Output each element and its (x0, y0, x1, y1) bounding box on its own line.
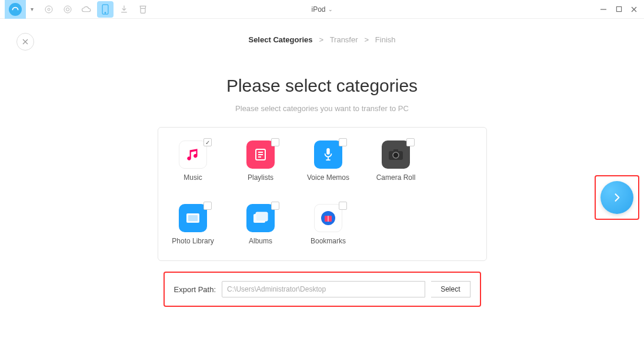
next-button[interactable] (600, 181, 633, 214)
category-label: Photo Library (172, 237, 213, 245)
svg-rect-21 (256, 212, 268, 221)
export-path-label: Export Path: (174, 285, 216, 294)
export-path-row: Export Path: Select (163, 272, 481, 307)
category-label: Camera Roll (376, 173, 416, 182)
category-albums[interactable]: Albums (239, 204, 283, 245)
maximize-button[interactable] (613, 4, 624, 15)
breadcrumb-sep: > (319, 35, 323, 44)
close-window-button[interactable] (629, 4, 639, 15)
categories-grid: ✓ Music Playlists Voice Memos (171, 140, 473, 245)
app-toolbar: ▾ iPod ⌄ (0, 0, 644, 19)
category-label: Playlists (248, 173, 273, 182)
svg-point-0 (45, 6, 52, 13)
svg-point-1 (48, 8, 50, 11)
select-path-button[interactable]: Select (431, 281, 470, 297)
playlists-icon (246, 140, 275, 169)
logo-dropdown-icon[interactable]: ▾ (31, 6, 34, 12)
device-label: iPod (311, 5, 325, 14)
breadcrumb-step-1: Select Categories (248, 35, 312, 44)
download-tab-icon[interactable] (116, 1, 132, 18)
category-checkbox[interactable]: ✓ (203, 138, 212, 146)
categories-panel: ✓ Music Playlists Voice Memos (158, 127, 487, 261)
device-dropdown-icon: ⌄ (328, 6, 333, 12)
category-label: Music (183, 173, 202, 182)
breadcrumb-step-2: Transfer (330, 35, 358, 44)
svg-point-3 (66, 8, 69, 11)
close-button[interactable] (16, 33, 34, 51)
sync-tab-icon[interactable] (59, 1, 76, 18)
svg-rect-19 (188, 215, 198, 221)
next-button-highlight (595, 175, 639, 220)
category-checkbox[interactable] (339, 138, 347, 146)
albums-icon (246, 204, 275, 232)
breadcrumb: Select Categories > Transfer > Finish (0, 35, 644, 44)
category-bookmarks[interactable]: Bookmarks (306, 204, 351, 245)
category-photo-library[interactable]: Photo Library (171, 204, 215, 245)
category-checkbox[interactable] (271, 138, 279, 146)
category-label: Voice Memos (307, 173, 349, 182)
category-checkbox[interactable] (339, 202, 347, 210)
category-playlists[interactable]: Playlists (239, 140, 283, 182)
category-voice-memos[interactable]: Voice Memos (306, 140, 351, 182)
window-controls (598, 4, 639, 15)
page-subtitle: Please select categories you want to tra… (0, 104, 644, 113)
svg-rect-12 (326, 148, 330, 155)
device-tab-icon[interactable] (97, 1, 114, 18)
apps-tab-icon[interactable] (135, 1, 151, 18)
category-checkbox[interactable] (406, 138, 415, 146)
category-camera-roll[interactable]: Camera Roll (374, 140, 418, 182)
category-label: Albums (249, 237, 272, 245)
breadcrumb-sep: > (364, 35, 369, 44)
app-logo-button[interactable] (5, 0, 26, 19)
svg-rect-7 (616, 6, 621, 11)
music-tab-icon[interactable] (41, 1, 57, 18)
category-music[interactable]: ✓ Music (171, 140, 215, 182)
page-title: Please select categories (0, 76, 644, 96)
microphone-icon (314, 140, 342, 169)
svg-point-17 (393, 152, 399, 158)
app-logo-icon (9, 3, 22, 16)
minimize-button[interactable] (598, 4, 609, 15)
chevron-right-icon (611, 192, 623, 203)
music-icon (179, 140, 207, 169)
camera-icon (382, 140, 410, 169)
category-checkbox[interactable] (203, 202, 212, 210)
bookmarks-icon (314, 204, 342, 232)
svg-rect-16 (393, 149, 398, 152)
export-path-input[interactable] (222, 281, 425, 297)
cloud-tab-icon[interactable] (78, 1, 95, 18)
photo-library-icon (179, 204, 207, 232)
breadcrumb-step-3: Finish (375, 35, 396, 44)
category-checkbox[interactable] (271, 202, 279, 210)
category-label: Bookmarks (311, 237, 346, 245)
svg-point-5 (105, 12, 106, 13)
svg-point-2 (64, 6, 71, 13)
toolbar-left: ▾ (5, 0, 151, 19)
device-selector[interactable]: iPod ⌄ (311, 5, 332, 14)
